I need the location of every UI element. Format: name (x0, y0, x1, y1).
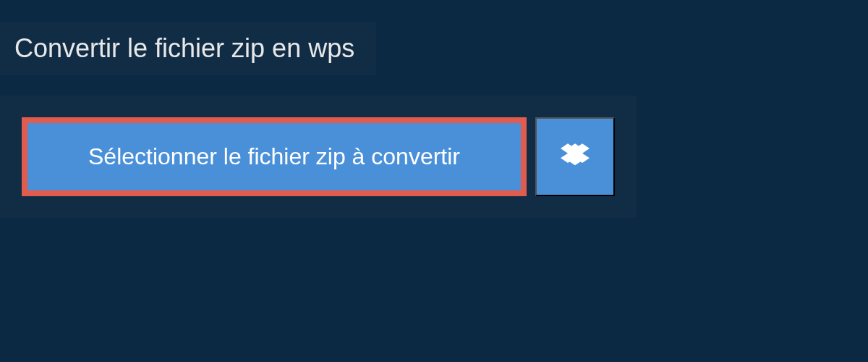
select-file-button-label: Sélectionner le fichier zip à convertir (88, 143, 460, 170)
header-tab: Convertir le fichier zip en wps (0, 22, 376, 75)
upload-panel: Sélectionner le fichier zip à convertir (0, 96, 637, 218)
dropbox-icon (561, 141, 590, 172)
dropbox-button[interactable] (535, 117, 615, 196)
page-title: Convertir le fichier zip en wps (14, 33, 354, 64)
select-file-button[interactable]: Sélectionner le fichier zip à convertir (22, 117, 527, 196)
